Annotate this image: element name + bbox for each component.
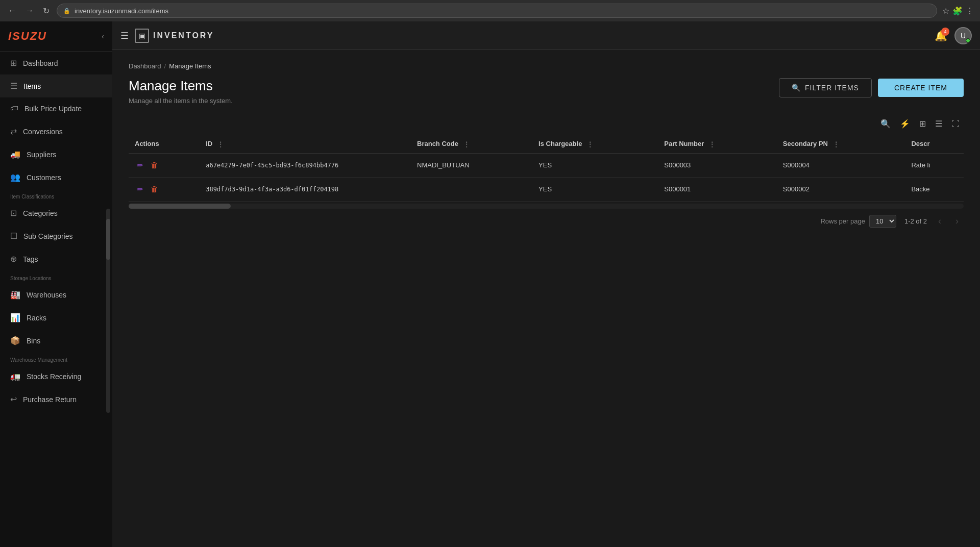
sidebar-item-bins[interactable]: 📦 Bins bbox=[0, 329, 112, 352]
rows-per-page-select[interactable]: 10 25 50 bbox=[869, 215, 896, 228]
browser-back-btn[interactable]: ← bbox=[6, 4, 18, 17]
sidebar-item-label: Categories bbox=[23, 209, 58, 217]
sidebar-item-label: Stocks Receiving bbox=[27, 372, 81, 381]
breadcrumb: Dashboard / Manage Items bbox=[129, 62, 964, 70]
col-part-number: Part Number ⋮ bbox=[658, 135, 777, 153]
row-is-chargeable: YES bbox=[532, 177, 658, 201]
browser-actions: ☆ 🧩 ⋮ bbox=[942, 6, 974, 16]
sidebar-item-dashboard[interactable]: ⊞ Dashboard bbox=[0, 52, 112, 74]
menu-icon[interactable]: ⋮ bbox=[966, 6, 974, 16]
search-icon: 🔍 bbox=[792, 84, 801, 92]
sidebar-item-label: Bulk Price Update bbox=[24, 105, 82, 113]
row-part-number: S000003 bbox=[658, 153, 777, 177]
sidebar-item-conversions[interactable]: ⇄ Conversions bbox=[0, 120, 112, 143]
edit-btn-0[interactable]: ✏ bbox=[135, 160, 145, 171]
table-row: ✏ 🗑 389df7d3-9d1a-4f3a-a3d6-df01ff204198… bbox=[129, 177, 964, 201]
browser-reload-btn[interactable]: ↻ bbox=[41, 4, 52, 18]
col-chargeable-menu[interactable]: ⋮ bbox=[587, 141, 593, 148]
sidebar-item-sub-categories[interactable]: ☐ Sub Categories bbox=[0, 225, 112, 247]
sidebar-item-label: Warehouses bbox=[27, 291, 66, 299]
delete-btn-0[interactable]: 🗑 bbox=[149, 160, 160, 170]
page-title: Manage Items bbox=[129, 78, 233, 94]
sidebar: ISUZU ‹ ⊞ Dashboard ☰ Items 🏷 Bulk Price… bbox=[0, 21, 112, 547]
next-page-btn[interactable]: › bbox=[952, 215, 962, 228]
sidebar-item-purchase-return[interactable]: ↩ Purchase Return bbox=[0, 388, 112, 411]
prev-page-btn[interactable]: ‹ bbox=[935, 215, 944, 228]
create-item-button[interactable]: CREATE ITEM bbox=[878, 79, 964, 97]
avatar-initial: U bbox=[961, 32, 966, 40]
filter-items-label: FILTER ITEMS bbox=[805, 84, 859, 92]
sidebar-item-customers[interactable]: 👥 Customers bbox=[0, 166, 112, 189]
sidebar-item-label: Dashboard bbox=[23, 59, 58, 67]
sidebar-item-label: Purchase Return bbox=[23, 395, 77, 404]
app-title: INVENTORY bbox=[153, 31, 214, 40]
col-secondary-pn: Secondary PN ⋮ bbox=[777, 135, 905, 153]
bulk-price-icon: 🏷 bbox=[10, 104, 18, 113]
isuzu-logo: ISUZU bbox=[8, 30, 47, 43]
sidebar-item-suppliers[interactable]: 🚚 Suppliers bbox=[0, 143, 112, 166]
row-description: Rate li bbox=[905, 153, 964, 177]
notifications-btn[interactable]: 🔔 4 bbox=[935, 30, 947, 42]
row-actions: ✏ 🗑 bbox=[129, 177, 200, 201]
warehouse-management-label: Warehouse Management bbox=[0, 352, 112, 365]
row-id: a67e4279-7e0f-45c5-bd93-f6c894bb4776 bbox=[200, 153, 411, 177]
sidebar-item-label: Suppliers bbox=[27, 151, 56, 159]
table-columns-icon[interactable]: ⊞ bbox=[917, 117, 928, 131]
edit-btn-1[interactable]: ✏ bbox=[135, 184, 145, 195]
page-range: 1-2 of 2 bbox=[904, 217, 927, 225]
col-branch-code: Branch Code ⋮ bbox=[411, 135, 532, 153]
sidebar-item-tags[interactable]: ⊛ Tags bbox=[0, 247, 112, 270]
breadcrumb-current: Manage Items bbox=[169, 62, 211, 70]
dashboard-icon: ⊞ bbox=[10, 58, 17, 68]
row-branch-code bbox=[411, 177, 532, 201]
filter-items-button[interactable]: 🔍 FILTER ITEMS bbox=[779, 78, 872, 97]
page-subtitle: Manage all the items in the system. bbox=[129, 97, 233, 105]
items-data-table: Actions ID ⋮ Branch Code ⋮ Is Chargeable… bbox=[129, 135, 964, 202]
sidebar-item-label: Conversions bbox=[23, 128, 63, 136]
storage-locations-label: Storage Locations bbox=[0, 270, 112, 283]
col-part-menu[interactable]: ⋮ bbox=[709, 141, 715, 148]
sidebar-item-items[interactable]: ☰ Items bbox=[0, 74, 112, 97]
sidebar-item-stocks-receiving[interactable]: 🚛 Stocks Receiving bbox=[0, 365, 112, 388]
sidebar-item-warehouses[interactable]: 🏭 Warehouses bbox=[0, 283, 112, 306]
sidebar-item-label: Racks bbox=[27, 314, 46, 322]
page-actions: 🔍 FILTER ITEMS CREATE ITEM bbox=[779, 78, 964, 97]
sidebar-item-label: Bins bbox=[27, 337, 40, 345]
sidebar-collapse-btn[interactable]: ‹ bbox=[102, 32, 104, 40]
sidebar-item-categories[interactable]: ⊡ Categories bbox=[0, 202, 112, 225]
sidebar-item-bulk-price[interactable]: 🏷 Bulk Price Update bbox=[0, 97, 112, 120]
delete-btn-1[interactable]: 🗑 bbox=[149, 184, 160, 194]
col-id-menu[interactable]: ⋮ bbox=[217, 141, 224, 148]
main-content: Dashboard / Manage Items Manage Items Ma… bbox=[112, 50, 980, 547]
lock-icon: 🔒 bbox=[63, 8, 70, 14]
categories-icon: ⊡ bbox=[10, 208, 17, 218]
avatar[interactable]: U bbox=[954, 27, 972, 44]
items-table: Actions ID ⋮ Branch Code ⋮ Is Chargeable… bbox=[129, 135, 964, 202]
bookmark-icon[interactable]: ☆ bbox=[942, 6, 949, 16]
conversions-icon: ⇄ bbox=[10, 127, 17, 136]
hamburger-btn[interactable]: ☰ bbox=[120, 30, 129, 41]
page-header: Manage Items Manage all the items in the… bbox=[129, 78, 964, 105]
col-description: Descr bbox=[905, 135, 964, 153]
table-search-icon[interactable]: 🔍 bbox=[878, 117, 893, 131]
app-header: ☰ ▣ INVENTORY 🔔 4 U bbox=[112, 21, 980, 50]
col-secondary-menu[interactable]: ⋮ bbox=[833, 141, 839, 148]
sub-categories-icon: ☐ bbox=[10, 231, 17, 241]
table-filter-icon[interactable]: ⚡ bbox=[898, 117, 912, 131]
create-item-label: CREATE ITEM bbox=[894, 84, 947, 92]
extensions-icon[interactable]: 🧩 bbox=[952, 6, 963, 16]
url-bar[interactable]: 🔒 inventory.isuzunmadi.com/items bbox=[57, 4, 937, 18]
horizontal-scrollbar[interactable] bbox=[129, 204, 964, 209]
page-title-area: Manage Items Manage all the items in the… bbox=[129, 78, 233, 105]
sidebar-item-racks[interactable]: 📊 Racks bbox=[0, 306, 112, 329]
breadcrumb-home[interactable]: Dashboard bbox=[129, 62, 161, 70]
col-is-chargeable: Is Chargeable ⋮ bbox=[532, 135, 658, 153]
table-header-row: Actions ID ⋮ Branch Code ⋮ Is Chargeable… bbox=[129, 135, 964, 153]
table-fullscreen-icon[interactable]: ⛶ bbox=[949, 117, 962, 131]
browser-forward-btn[interactable]: → bbox=[23, 4, 36, 17]
stocks-receiving-icon: 🚛 bbox=[10, 371, 20, 381]
row-description: Backe bbox=[905, 177, 964, 201]
col-branch-menu[interactable]: ⋮ bbox=[463, 141, 470, 148]
customers-icon: 👥 bbox=[10, 172, 20, 182]
table-list-icon[interactable]: ☰ bbox=[933, 117, 944, 131]
